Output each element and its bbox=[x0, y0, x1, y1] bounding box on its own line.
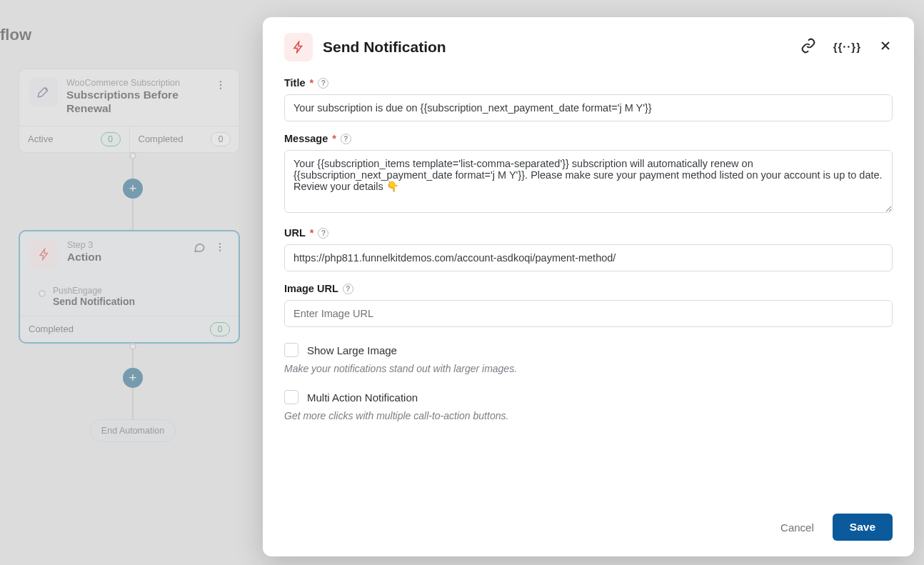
image-url-label: Image URL bbox=[284, 283, 338, 294]
multi-action-hint: Get more clicks with multiple call-to-ac… bbox=[284, 410, 893, 421]
save-button[interactable]: Save bbox=[833, 514, 893, 541]
show-large-image-label: Show Large Image bbox=[307, 344, 397, 356]
message-label: Message bbox=[284, 133, 328, 144]
send-notification-panel: Send Notification {{‧‧}} Title * ? Messa… bbox=[263, 17, 914, 556]
required-marker: * bbox=[310, 77, 314, 89]
title-label: Title bbox=[284, 77, 306, 89]
help-icon[interactable]: ? bbox=[341, 134, 351, 144]
help-icon[interactable]: ? bbox=[343, 284, 353, 294]
panel-title: Send Notification bbox=[323, 39, 790, 56]
link-icon[interactable] bbox=[800, 38, 816, 56]
help-icon[interactable]: ? bbox=[318, 78, 328, 89]
multi-action-label: Multi Action Notification bbox=[307, 391, 418, 404]
show-large-image-hint: Make your notifications stand out with l… bbox=[284, 363, 893, 374]
title-input[interactable] bbox=[284, 94, 893, 121]
required-marker: * bbox=[332, 133, 336, 144]
merge-tags-icon[interactable]: {{‧‧}} bbox=[833, 41, 861, 54]
required-marker: * bbox=[310, 227, 314, 239]
cancel-button[interactable]: Cancel bbox=[780, 521, 814, 534]
url-label: URL bbox=[284, 227, 306, 239]
multi-action-checkbox[interactable] bbox=[284, 390, 298, 404]
image-url-input[interactable] bbox=[284, 300, 893, 327]
show-large-image-checkbox[interactable] bbox=[284, 343, 298, 357]
close-icon[interactable] bbox=[878, 39, 893, 56]
lightning-icon bbox=[284, 33, 313, 61]
help-icon[interactable]: ? bbox=[318, 228, 328, 239]
message-textarea[interactable] bbox=[284, 150, 893, 213]
url-input[interactable] bbox=[284, 244, 893, 271]
